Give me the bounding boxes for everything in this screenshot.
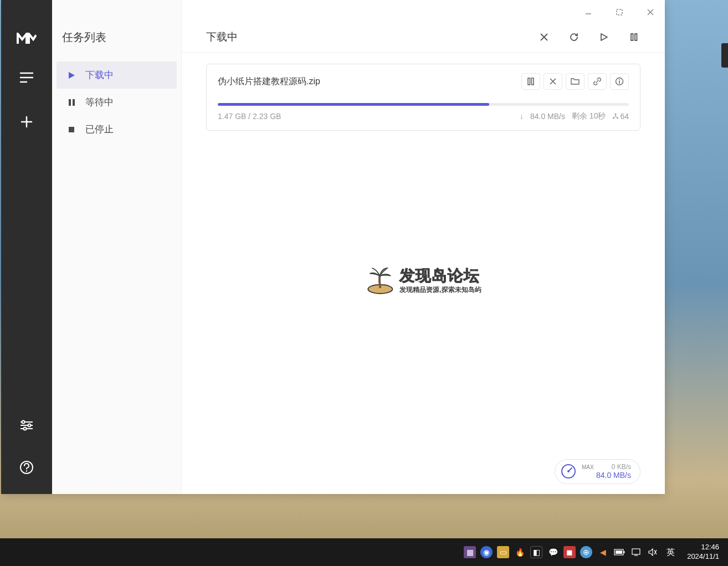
plus-icon (20, 115, 33, 128)
windows-taskbar: ▦ ◉ ▭ 🔥 ◧ 💬 ◼ ⊕ ◀ 英 12:46 2024/11/1 (0, 538, 728, 566)
help-button[interactable] (13, 454, 40, 481)
svg-rect-5 (69, 99, 71, 106)
main-area: 下载中 伪小纸片搭建教程源码.zip (182, 0, 665, 494)
minimize-button[interactable] (581, 4, 596, 20)
refresh-icon (569, 32, 579, 42)
task-connections: 64 (620, 112, 629, 121)
tray-app-icon[interactable]: ◼ (563, 546, 576, 558)
speed-max-label: MAX (582, 464, 594, 471)
nav-title: 任务列表 (52, 30, 181, 61)
progress-fill (218, 103, 489, 106)
svg-point-2 (24, 428, 27, 430)
close-icon (540, 33, 548, 42)
svg-point-20 (567, 470, 570, 472)
play-icon (599, 33, 608, 42)
tray-app-icon[interactable]: ▦ (464, 546, 476, 558)
tray-app-icon[interactable]: ▭ (497, 546, 509, 558)
palm-tree-icon (365, 265, 395, 295)
speed-upload: 0 KB/s (612, 463, 631, 471)
nav-item-downloading[interactable]: 下载中 (57, 61, 177, 89)
nav-item-stopped[interactable]: 已停止 (52, 116, 181, 143)
close-window-button[interactable] (643, 4, 658, 20)
info-icon (615, 77, 624, 86)
task-size: 1.47 GB / 2.23 GB (218, 112, 281, 121)
svg-rect-9 (631, 34, 633, 40)
tray-clock[interactable]: 12:46 2024/11/1 (683, 543, 724, 562)
add-task-button[interactable] (13, 109, 40, 135)
pause-all-button[interactable] (627, 30, 640, 44)
svg-rect-22 (624, 551, 625, 553)
tray-network-icon[interactable] (630, 546, 642, 558)
pause-icon (66, 97, 76, 107)
play-icon (66, 70, 76, 80)
tray-flame-icon[interactable]: 🔥 (514, 546, 526, 558)
task-speed: 84.0 MB/s (530, 112, 565, 121)
refresh-button[interactable] (567, 30, 581, 44)
tray-wechat-icon[interactable]: 💬 (547, 546, 559, 558)
close-icon (549, 78, 557, 85)
task-list: 伪小纸片搭建教程源码.zip (182, 53, 665, 142)
tray-app-icon[interactable]: ⊕ (580, 546, 592, 558)
resume-all-button[interactable] (597, 30, 611, 44)
menu-toggle-button[interactable] (13, 64, 40, 91)
task-remaining: 剩余 10秒 (572, 111, 606, 121)
tray-speaker-icon[interactable]: ◀ (597, 546, 609, 558)
svg-rect-11 (528, 78, 530, 85)
svg-rect-24 (632, 549, 640, 554)
tray-volume-icon[interactable] (647, 546, 659, 558)
maximize-button[interactable] (612, 4, 627, 20)
svg-rect-23 (616, 550, 622, 554)
tray-app-icon[interactable]: ◉ (480, 546, 493, 558)
svg-rect-7 (69, 127, 74, 132)
nav-item-waiting[interactable]: 等待中 (52, 89, 181, 116)
svg-point-1 (28, 424, 31, 427)
dark-sidebar (1, 0, 52, 494)
maximize-icon (616, 8, 623, 16)
svg-point-15 (615, 114, 617, 115)
app-logo (16, 30, 38, 47)
delete-all-button[interactable] (537, 30, 551, 44)
tray-battery-icon[interactable] (613, 546, 626, 558)
link-icon (593, 77, 602, 86)
tray-ime[interactable]: 英 (663, 547, 678, 558)
task-pause-button[interactable] (521, 73, 540, 90)
svg-point-0 (22, 421, 25, 424)
task-delete-button[interactable] (544, 73, 562, 90)
progress-bar (218, 103, 629, 106)
download-arrow-icon: ↓ (520, 112, 524, 121)
nav-item-label: 下载中 (85, 69, 114, 81)
svg-rect-12 (532, 78, 534, 85)
side-handle[interactable] (721, 43, 728, 68)
svg-rect-8 (617, 9, 622, 15)
folder-icon (571, 78, 580, 85)
nav-item-label: 等待中 (85, 96, 114, 109)
speed-download: 84.0 MB/s (596, 471, 631, 480)
task-info-button[interactable] (610, 73, 629, 90)
svg-point-14 (619, 79, 620, 80)
pause-icon (630, 33, 638, 42)
sliders-icon (19, 419, 34, 431)
window-controls (581, 4, 658, 20)
svg-rect-6 (73, 99, 75, 106)
task-folder-button[interactable] (566, 73, 585, 90)
task-filename: 伪小纸片搭建教程源码.zip (218, 76, 320, 88)
gauge-icon (561, 464, 576, 479)
watermark-subtitle: 发现精品资源,探索未知岛屿 (399, 285, 481, 295)
toolbar (537, 30, 640, 44)
close-icon (647, 8, 654, 16)
hamburger-icon (19, 72, 34, 83)
tray-app-icon[interactable]: ◧ (530, 546, 542, 558)
help-icon (19, 460, 34, 475)
page-title: 下载中 (206, 30, 238, 44)
tray-date: 2024/11/1 (687, 552, 719, 562)
nav-panel: 任务列表 下载中 等待中 已停止 (52, 0, 182, 494)
task-card[interactable]: 伪小纸片搭建教程源码.zip (206, 64, 640, 131)
svg-rect-10 (635, 34, 637, 40)
task-link-button[interactable] (588, 73, 607, 90)
speed-widget[interactable]: MAX 0 KB/s 84.0 MB/s (555, 459, 640, 484)
minimize-icon (585, 8, 592, 16)
tray-time: 12:46 (701, 543, 719, 552)
stop-icon (66, 125, 76, 135)
settings-button[interactable] (13, 412, 40, 439)
connections-icon (612, 113, 619, 120)
